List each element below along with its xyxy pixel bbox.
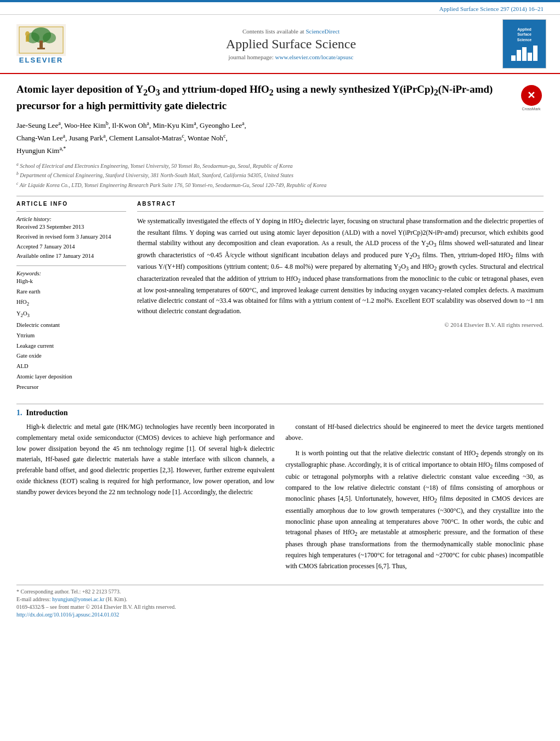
corresponding-text: * Corresponding author. Tel.: +82 2 2123… (16, 589, 121, 595)
keyword-leakage-current: Leakage current (16, 341, 126, 352)
journal-title-display: Applied Surface Science (82, 37, 500, 52)
journal-logo-right: AppliedSurfaceScience (500, 19, 549, 69)
homepage-label: journal homepage: (229, 54, 274, 60)
author-6: Chang-Wan Leea (16, 134, 65, 142)
crossmark-logo: ✕ CrossMark (519, 85, 544, 111)
article-footer: * Corresponding author. Tel.: +82 2 2123… (16, 585, 544, 618)
keyword-rare-earth: Rare earth (16, 287, 126, 297)
received-revised-date: Received in revised form 3 January 2014 (16, 232, 126, 242)
elsevier-logo: ELSEVIER (11, 24, 71, 64)
intro-col-right: constant of Hf-based dielectrics should … (286, 422, 544, 576)
sciencedirect-link[interactable]: ScienceDirect (306, 28, 340, 35)
logo-bar-5 (533, 46, 538, 61)
svg-rect-6 (37, 48, 45, 49)
logo-bar-chart (511, 44, 538, 61)
author-8: Clement Lansalot-Matrasc (109, 134, 184, 142)
email-label: E-mail address: (16, 596, 50, 602)
doi-link[interactable]: http://dx.doi.org/10.1016/j.apsusc.2014.… (16, 612, 119, 618)
author-3: Il-Kwon Oha (112, 121, 149, 129)
keywords-group: Keywords: High-k Rare earth HfO2 Y2O3 Di… (16, 270, 126, 393)
svg-point-4 (43, 32, 56, 43)
keyword-hfo2: HfO2 (16, 297, 126, 309)
svg-rect-8 (26, 36, 29, 42)
page: Applied Surface Science 297 (2014) 16–21 (0, 0, 560, 741)
top-bar: Applied Surface Science 297 (2014) 16–21 (0, 2, 560, 15)
intro-text-right: constant of Hf-based dielectrics should … (286, 422, 544, 572)
article-info-abstract-section: ARTICLE INFO Article history: Received 2… (16, 201, 544, 397)
email-name: (H. Kim). (106, 596, 127, 602)
logo-bar-2 (517, 50, 521, 61)
author-7: Jusang Parka (69, 134, 105, 142)
journal-header: ELSEVIER Contents lists available at Sci… (0, 15, 560, 74)
journal-right-logo-box: AppliedSurfaceScience (502, 19, 546, 69)
article-title-section: Atomic layer deposition of Y2O3 and yttr… (16, 82, 544, 114)
journal-center: Contents lists available at ScienceDirec… (82, 28, 500, 60)
affiliation-c: c Air Liquide Korea Co., LTD, Yonsei Eng… (16, 180, 544, 189)
elsevier-art (16, 24, 66, 56)
footer-corresponding: * Corresponding author. Tel.: +82 2 2123… (16, 589, 544, 595)
footer-doi: http://dx.doi.org/10.1016/j.apsusc.2014.… (16, 612, 544, 618)
email-link[interactable]: hyungjun@yonsei.ac.kr (52, 596, 104, 602)
logo-bar-3 (522, 47, 527, 61)
copyright-line: © 2014 Elsevier B.V. All rights reserved… (137, 321, 544, 328)
keyword-ald: ALD (16, 361, 126, 372)
section-number-intro: 1. (16, 409, 22, 417)
intro-text-left: High-k dielectric and metal gate (HK/MG)… (16, 422, 275, 498)
history-label: Article history: (16, 216, 126, 222)
author-5: Gyeongho Leea (200, 121, 244, 129)
keywords-list: High-k Rare earth HfO2 Y2O3 Dielectric c… (16, 276, 126, 393)
svg-point-7 (25, 31, 30, 37)
received-date: Received 23 September 2013 (16, 222, 126, 232)
homepage-link[interactable]: www.elsevier.com/locate/apsusc (275, 54, 354, 60)
accepted-date: Accepted 7 January 2014 (16, 242, 126, 252)
keyword-high-k: High-k (16, 276, 126, 287)
journal-homepage: journal homepage: www.elsevier.com/locat… (82, 54, 500, 60)
divider-4 (137, 211, 544, 212)
keyword-yttrium: Yttrium (16, 331, 126, 341)
author-4: Min-Kyu Kima (152, 121, 196, 129)
author-10: Hyungjun Kima,* (16, 146, 66, 155)
contents-line: Contents lists available at ScienceDirec… (82, 28, 500, 35)
elsevier-wordmark: ELSEVIER (19, 56, 63, 64)
intro-body-two-col: High-k dielectric and metal gate (HK/MG)… (16, 422, 544, 576)
author-9: Wontae Nohc (188, 134, 225, 142)
article-info-col: ARTICLE INFO Article history: Received 2… (16, 201, 126, 397)
affiliations: a School of Electrical and Electronics E… (16, 161, 544, 189)
divider-5 (16, 404, 544, 404)
abstract-text: We systematically investigated the effec… (137, 216, 544, 317)
introduction-section: 1. Introduction High-k dielectric and me… (16, 409, 544, 576)
main-content: Atomic layer deposition of Y2O3 and yttr… (0, 74, 560, 627)
keyword-gate-oxide: Gate oxide (16, 351, 126, 361)
article-history-group: Article history: Received 23 September 2… (16, 216, 126, 261)
crossmark-text: CrossMark (522, 107, 541, 111)
article-info-header: ARTICLE INFO (16, 201, 126, 207)
abstract-col: ABSTRACT We systematically investigated … (137, 201, 544, 397)
footer-email: E-mail address: hyungjun@yonsei.ac.kr (H… (16, 596, 544, 602)
logo-bar-1 (511, 55, 516, 61)
intro-col-left: High-k dielectric and metal gate (HK/MG)… (16, 422, 275, 576)
journal-ref-link[interactable]: Applied Surface Science 297 (2014) 16–21 (439, 5, 544, 12)
keyword-dielectric-constant: Dielectric constant (16, 320, 126, 331)
divider-2 (16, 211, 126, 212)
affiliation-b: b Department of Chemical Engineering, St… (16, 171, 544, 179)
keyword-precursor: Precursor (16, 382, 126, 393)
affiliation-a: a School of Electrical and Electronics E… (16, 161, 544, 170)
available-online-date: Available online 17 January 2014 (16, 251, 126, 261)
contents-text: Contents lists available at (242, 28, 304, 35)
author-1: Jae-Seung Leea (16, 121, 61, 129)
section-title-intro: 1. Introduction (16, 409, 544, 417)
article-title: Atomic layer deposition of Y2O3 and yttr… (16, 82, 513, 114)
authors: Jae-Seung Leea, Woo-Hee Kimb, Il-Kwon Oh… (16, 119, 544, 157)
divider-1 (16, 196, 544, 196)
crossmark-circle: ✕ (521, 85, 542, 106)
abstract-header: ABSTRACT (137, 201, 544, 207)
logo-bar-4 (528, 53, 532, 61)
divider-3 (16, 265, 126, 266)
logo-journal-name-text: AppliedSurfaceScience (517, 27, 531, 42)
svg-rect-5 (39, 41, 43, 49)
author-2: Woo-Hee Kimb (64, 121, 109, 129)
footer-issn: 0169-4332/$ – see front matter © 2014 El… (16, 604, 544, 610)
keywords-label: Keywords: (16, 270, 126, 276)
keyword-atomic-layer-deposition: Atomic layer deposition (16, 372, 126, 382)
section-title-text-intro: Introduction (26, 409, 68, 417)
